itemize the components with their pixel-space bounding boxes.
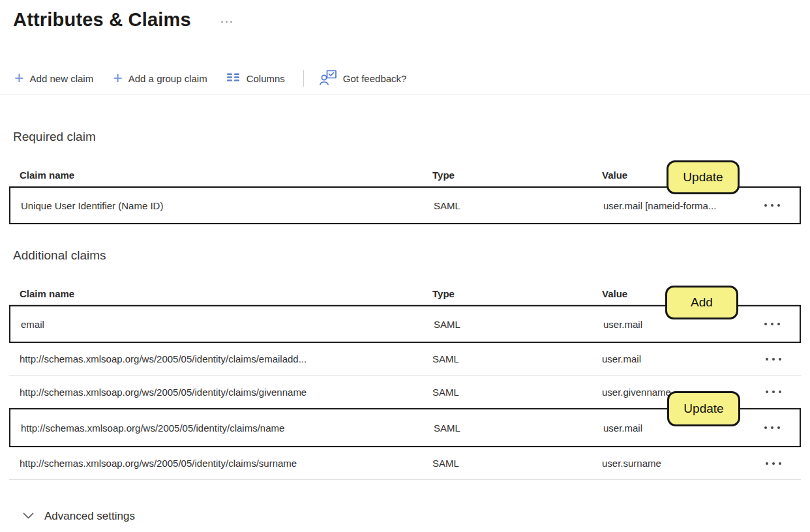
claim-name-cell: http://schemas.xmlsoap.org/ws/2005/05/id…	[20, 387, 432, 398]
claim-type-cell: SAML	[432, 387, 602, 398]
row-menu-button[interactable]	[762, 200, 783, 211]
claim-value-cell: user.surname	[602, 458, 755, 469]
columns-icon	[227, 72, 241, 84]
table-row[interactable]: email SAML user.mail Add	[9, 305, 801, 343]
row-menu-button[interactable]	[763, 458, 784, 469]
claim-value-cell: user.mail	[602, 353, 755, 364]
page-title: Attributes & Claims	[13, 9, 191, 31]
got-feedback-label: Got feedback?	[343, 73, 407, 84]
claim-value-cell: user.mail	[603, 319, 754, 330]
add-group-claim-button[interactable]: + Add a group claim	[112, 70, 209, 87]
column-header-type: Type	[432, 170, 602, 181]
table-row[interactable]: http://schemas.xmlsoap.org/ws/2005/05/id…	[9, 408, 801, 447]
claim-name-cell: http://schemas.xmlsoap.org/ws/2005/05/id…	[20, 458, 432, 469]
chevron-down-icon	[23, 512, 34, 522]
table-row[interactable]: http://schemas.xmlsoap.org/ws/2005/05/id…	[9, 447, 801, 480]
advanced-settings-toggle[interactable]: Advanced settings	[23, 510, 135, 523]
table-row[interactable]: http://schemas.xmlsoap.org/ws/2005/05/id…	[9, 343, 801, 376]
command-bar: + Add new claim + Add a group claim	[13, 67, 801, 89]
row-menu-button[interactable]	[762, 422, 783, 433]
add-new-claim-button[interactable]: + Add new claim	[13, 70, 95, 87]
claim-type-cell: SAML	[434, 422, 603, 434]
table-row[interactable]: Unique User Identifier (Name ID) SAML us…	[9, 186, 801, 224]
plus-icon: +	[113, 71, 123, 84]
toolbar-bottom-divider	[0, 95, 810, 95]
required-claim-heading: Required claim	[13, 129, 801, 145]
column-header-type: Type	[432, 288, 602, 299]
page-header: Attributes & Claims	[13, 9, 801, 31]
required-claims-table: Claim name Type Value Unique User Identi…	[9, 164, 801, 224]
column-header-claim-name: Claim name	[20, 170, 432, 181]
annotation-add-badge: Add	[665, 286, 738, 319]
add-new-claim-label: Add new claim	[30, 73, 94, 84]
columns-label: Columns	[247, 73, 285, 84]
got-feedback-button[interactable]: Got feedback?	[318, 67, 408, 90]
plus-icon: +	[14, 71, 24, 84]
claim-value-cell: user.mail [nameid-forma...	[603, 200, 754, 211]
claim-type-cell: SAML	[432, 458, 602, 469]
additional-claims-table: Claim name Type Value email SAML user.ma…	[9, 283, 801, 480]
claim-type-cell: SAML	[434, 200, 603, 211]
attributes-claims-page: Attributes & Claims + Add new claim + Ad…	[0, 0, 810, 532]
row-menu-button[interactable]	[762, 319, 783, 329]
toolbar-divider	[303, 70, 304, 87]
claim-name-cell: email	[21, 319, 434, 330]
more-icon[interactable]	[221, 21, 232, 23]
row-menu-button[interactable]	[763, 354, 784, 364]
add-group-claim-label: Add a group claim	[128, 73, 207, 84]
column-header-claim-name: Claim name	[20, 288, 432, 299]
annotation-update-badge: Update	[667, 160, 740, 194]
columns-button[interactable]: Columns	[226, 70, 286, 87]
feedback-icon	[320, 70, 337, 87]
additional-claims-heading: Additional claims	[13, 248, 801, 263]
advanced-settings-label: Advanced settings	[44, 510, 135, 523]
claim-type-cell: SAML	[434, 319, 603, 330]
claim-name-cell: http://schemas.xmlsoap.org/ws/2005/05/id…	[21, 422, 434, 434]
annotation-update-badge: Update	[667, 391, 740, 426]
claim-name-cell: http://schemas.xmlsoap.org/ws/2005/05/id…	[20, 353, 432, 364]
claim-name-cell: Unique User Identifier (Name ID)	[21, 200, 434, 211]
row-menu-button[interactable]	[763, 387, 784, 397]
claim-type-cell: SAML	[432, 353, 602, 364]
